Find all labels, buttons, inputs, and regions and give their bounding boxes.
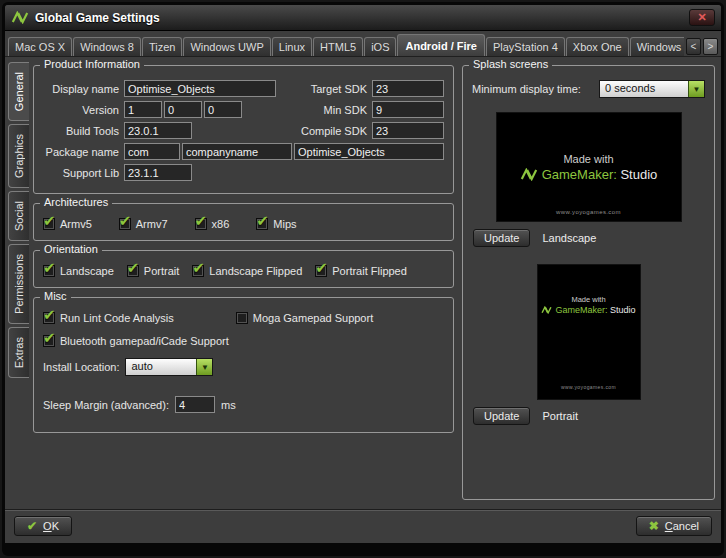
display-name-label: Display name [43,83,119,95]
titlebar: Global Game Settings ✕ [5,5,721,31]
version-build-input[interactable] [204,101,242,118]
min-display-time-label: Minimum display time: [472,83,581,95]
checkbox-box [43,335,55,347]
package-domain-input[interactable] [124,143,180,160]
sidebar-item-extras[interactable]: Extras [8,327,29,378]
close-icon: ✕ [697,12,706,23]
build-tools-input[interactable] [124,122,192,139]
checkbox-landscape[interactable]: Landscape [43,265,114,277]
min-display-time-row: Minimum display time: 0 seconds ▼ [472,80,705,98]
group-legend: Architectures [40,196,112,208]
sleep-margin-input[interactable] [175,396,215,413]
landscape-splash-preview: Made with GameMaker: Studio www.yoyogame… [496,112,682,222]
checkbox-run-lint[interactable]: Run Lint Code Analysis [43,312,174,324]
tab-windows-uwp[interactable]: Windows UWP [183,37,270,56]
version-label: Version [43,104,119,116]
ok-button[interactable]: ✔ OK [14,516,72,536]
tab-xbox-one[interactable]: Xbox One [566,37,629,56]
group-legend: Misc [40,290,71,302]
tab-tizen[interactable]: Tizen [142,37,183,56]
compile-sdk-label: Compile SDK [285,125,367,137]
min-display-time-select[interactable]: 0 seconds ▼ [599,80,705,98]
version-row: Version Min SDK [43,101,444,118]
tab-playstation-4[interactable]: PlayStation 4 [486,37,565,56]
tab-linux[interactable]: Linux [272,37,312,56]
gamemaker-logo-icon [520,168,538,181]
install-location-row: Install Location: auto ▼ [43,358,444,376]
checkbox-box [43,218,55,230]
tab-ios[interactable]: iOS [364,37,396,56]
chevron-down-icon: ▼ [196,359,212,375]
checkbox-portrait-flipped[interactable]: Portrait Flipped [315,265,407,277]
misc-group: Misc Run Lint Code Analysis Moga Gamepad… [33,297,454,433]
checkbox-moga-gamepad[interactable]: Moga Gamepad Support [236,312,373,324]
sidebar-item-permissions[interactable]: Permissions [8,244,29,324]
dialog-footer: ✔ OK ✖ Cancel [5,509,721,543]
checkbox-bluetooth-gamepad[interactable]: Bluetooth gamepad/iCade Support [43,335,229,347]
min-sdk-input[interactable] [372,101,444,118]
chevron-left-icon: < [691,41,697,52]
compile-sdk-input[interactable] [372,122,444,139]
sleep-margin-label: Sleep Margin (advanced): [43,399,169,411]
support-lib-input[interactable] [124,164,192,181]
tab-html5[interactable]: HTML5 [313,37,363,56]
package-company-input[interactable] [182,143,292,160]
gamemaker-brand: GameMaker: Studio [541,305,635,315]
checkbox-mips[interactable]: Mips [256,218,296,230]
checkbox-box [119,218,131,230]
product-information-group: Product Information Display name Target … [33,65,454,194]
checkbox-box [256,218,268,230]
checkbox-x86[interactable]: x86 [195,218,230,230]
checkbox-box [127,265,139,277]
sidebar-item-graphics[interactable]: Graphics [8,124,29,188]
display-name-input[interactable] [124,80,276,97]
tab-scroll-controls: < > [686,38,718,55]
build-tools-label: Build Tools [43,125,119,137]
checkbox-box [236,312,248,324]
min-display-time-value: 0 seconds [600,81,688,97]
tab-android-fire[interactable]: Android / Fire [397,34,485,56]
tab-windows-phone[interactable]: Windows P [630,37,684,56]
checkbox-armv7[interactable]: Armv7 [119,218,168,230]
yoyogames-url-text: www.yoyogames.com [538,384,640,390]
support-lib-row: Support Lib [43,164,444,181]
checkbox-armv5[interactable]: Armv5 [43,218,92,230]
made-with-text: Made with [563,153,613,165]
checkbox-portrait[interactable]: Portrait [127,265,179,277]
tab-scroll-left-button[interactable]: < [686,38,701,55]
display-name-row: Display name Target SDK [43,80,444,97]
made-with-text: Made with [571,295,605,304]
sidebar-item-social[interactable]: Social [8,191,29,241]
tab-mac-os-x[interactable]: Mac OS X [8,37,72,56]
target-sdk-label: Target SDK [285,83,367,95]
version-minor-input[interactable] [164,101,202,118]
group-legend: Orientation [40,243,102,255]
platform-tabs: Mac OS X Windows 8 Tizen Windows UWP Lin… [8,34,684,56]
gamemaker-brand: GameMaker: Studio [520,167,658,182]
chevron-right-icon: > [708,41,714,52]
package-product-input[interactable] [294,143,444,160]
screen: Global Game Settings ✕ Mac OS X Windows … [0,0,726,558]
tab-windows-8[interactable]: Windows 8 [73,37,141,56]
update-portrait-button[interactable]: Update [473,407,530,425]
checkbox-landscape-flipped[interactable]: Landscape Flipped [192,265,302,277]
right-column: Splash screens Minimum display time: 0 s… [462,65,715,509]
splash-screens-group: Splash screens Minimum display time: 0 s… [462,65,715,500]
target-sdk-input[interactable] [372,80,444,97]
update-landscape-button[interactable]: Update [473,229,530,247]
left-column: Product Information Display name Target … [33,65,454,509]
min-sdk-label: Min SDK [285,104,367,116]
checkbox-box [315,265,327,277]
cancel-button[interactable]: ✖ Cancel [636,516,712,536]
close-button[interactable]: ✕ [689,9,715,26]
landscape-caption-row: Update Landscape [473,229,705,247]
sidebar-item-general[interactable]: General [8,62,29,121]
sleep-margin-unit: ms [221,399,236,411]
version-major-input[interactable] [124,101,162,118]
group-legend: Splash screens [469,58,552,70]
landscape-caption: Landscape [542,232,596,244]
install-location-select[interactable]: auto ▼ [125,358,213,376]
tab-scroll-right-button[interactable]: > [703,38,718,55]
bluetooth-row: Bluetooth gamepad/iCade Support [43,335,444,347]
window-title: Global Game Settings [35,11,160,25]
